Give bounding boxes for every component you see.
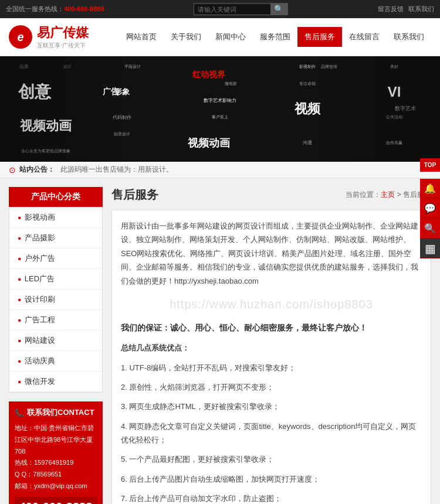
search-icon[interactable]: 🔍 — [420, 219, 440, 239]
content-title: 售后服务 — [111, 187, 158, 203]
notice-bar: ⊙ 站内公告： 此源码唯一出售店铺为：用新设计。 — [0, 162, 440, 178]
sidebar-item[interactable]: 活动庆典 — [9, 351, 102, 372]
side-icons: 🔔 💬 🔍 ▦ — [420, 179, 440, 258]
contact-info: 地址：中国·贵州省铜仁市碧江区中华北路98号江华大厦708 热线：1597649… — [15, 423, 97, 492]
hero-banner: 品质 摄影 创意 视频动画 广告 代码制作 创意设计 平面设计 红动视界 数字艺… — [0, 56, 440, 162]
breadcrumb: 当前位置：主页 > 售后服务 — [346, 190, 431, 200]
content-body: 用新设计由一批事多年网站建设的网页设计而组成，主要提供企业网站制作、企业网站建设… — [111, 210, 431, 504]
nav-item-关于我们[interactable]: 关于我们 — [164, 27, 208, 47]
contact-title: 📞 联系我们CONTACT — [15, 407, 97, 418]
sidebar-title: 产品中心分类 — [9, 187, 103, 207]
sidebar-contact: 📞 联系我们CONTACT 地址：中国·贵州省铜仁市碧江区中华北路98号江华大厦… — [9, 401, 103, 504]
notice-text: 此源码唯一出售店铺为：用新设计。 — [60, 165, 431, 175]
nav-item-网站首页[interactable]: 网站首页 — [119, 27, 164, 47]
sidebar-item[interactable]: 微信开发 — [9, 372, 102, 392]
sidebar-item[interactable]: 产品摄影 — [9, 228, 102, 248]
sidebar-item[interactable]: 设计印刷 — [9, 290, 102, 310]
header: e 易广传媒 互联互享·广传天下 网站首页关于我们新闻中心服务范围售后服务在线留… — [0, 18, 440, 56]
logo: e 易广传媒 互联互享·广传天下 — [9, 24, 89, 50]
feedback-link[interactable]: 留言反馈 — [378, 5, 404, 13]
list-item: 1. UTF-8编码，全站打开不乱码，对搜索引擎友好； — [121, 361, 422, 374]
contact-link[interactable]: 联系我们 — [408, 5, 434, 13]
list-item: 5. 一个产品最好配图，更好被搜索引擎收录； — [121, 452, 422, 466]
top-bar-hotline: 全国统一服务热线：400-666-8888 — [6, 5, 104, 13]
logo-icon: e — [9, 25, 32, 49]
feature-list: 1. UTF-8编码，全站打开不乱码，对搜索引擎友好；2. 原创性，火焰筛浏览器… — [121, 361, 422, 504]
main-layout: 产品中心分类 影视动画产品摄影户外广告LED广告设计印刷广告工程网站建设活动庆典… — [0, 178, 440, 504]
content: 售后服务 当前位置：主页 > 售后服务 用新设计由一批事多年网站建设的网页设计而… — [111, 187, 431, 504]
intro-text: 用新设计由一批事多年网站建设的网页设计而组成，主要提供企业网站制作、企业网站建设… — [121, 219, 422, 288]
hotline-label: 全国统一服务热线： — [6, 5, 64, 12]
watermark-text: https://www.huzhan.com/ishop8803 — [121, 294, 422, 315]
search-input[interactable] — [194, 5, 270, 14]
sidebar-menu: 影视动画产品摄影户外广告LED广告设计印刷广告工程网站建设活动庆典微信开发 — [9, 207, 103, 393]
notice-icon: ⊙ — [9, 165, 16, 175]
nav-item-新闻中心[interactable]: 新闻中心 — [208, 27, 253, 47]
content-header: 售后服务 当前位置：主页 > 售后服务 — [111, 187, 431, 203]
list-item: 7. 后台上传产品可自动加文字水印，防止盗图； — [121, 492, 422, 504]
sidebar-item[interactable]: 广告工程 — [9, 310, 102, 331]
list-item: 4. 网页静态化文章可自定义关键词，页面title、keywords、descr… — [121, 420, 422, 447]
list-item: 2. 原创性，火焰筛浏览器，打开网页不变形； — [121, 380, 422, 394]
top-bar-links: 留言反馈 联系我们 — [378, 5, 434, 13]
main-nav: 网站首页关于我们新闻中心服务范围售后服务在线留言联系我们 — [119, 27, 431, 47]
list-title: 总结几点系统优点： — [121, 341, 422, 355]
chat-icon[interactable]: 💬 — [420, 199, 440, 219]
contact-address: 地址：中国·贵州省铜仁市碧江区中华北路98号江华大厦708 — [15, 423, 97, 457]
top-bar-search[interactable]: 🔍 — [194, 3, 288, 15]
breadcrumb-home[interactable]: 主页 — [381, 190, 395, 199]
sidebar: 产品中心分类 影视动画产品摄影户外广告LED广告设计印刷广告工程网站建设活动庆典… — [9, 187, 103, 504]
top-bar: 全国统一服务热线：400-666-8888 🔍 留言反馈 联系我们 — [0, 0, 440, 18]
notice-label: 站内公告： — [19, 165, 55, 175]
contact-hotline: 热线：15976491919 — [15, 457, 97, 469]
sidebar-item[interactable]: 户外广告 — [9, 248, 102, 269]
nav-item-联系我们[interactable]: 联系我们 — [387, 27, 431, 47]
nav-item-服务范围[interactable]: 服务范围 — [253, 27, 297, 47]
contact-email: 邮箱：yxdm@vip.qq.com — [15, 481, 97, 492]
contact-qq: Q Q：78569651 — [15, 469, 97, 481]
list-item: 3. 网页生成静态HTML，更好被搜索引擎收录； — [121, 400, 422, 413]
list-item: 6. 后台上传产品图片自动生成缩略图，加快网页打开速度； — [121, 472, 422, 486]
sidebar-item[interactable]: 影视动画 — [9, 207, 102, 228]
nav-item-售后服务[interactable]: 售后服务 — [297, 27, 342, 47]
bell-icon[interactable]: 🔔 — [420, 179, 440, 199]
logo-slogan: 互联互享·广传天下 — [37, 42, 89, 50]
top-button[interactable]: TOP — [420, 158, 440, 172]
hotline-number: 400-666-8888 — [64, 5, 104, 12]
sidebar-item[interactable]: 网站建设 — [9, 331, 102, 351]
sidebar-item[interactable]: LED广告 — [9, 269, 102, 290]
logo-name: 易广传媒 — [37, 24, 89, 42]
nav-item-在线留言[interactable]: 在线留言 — [342, 27, 387, 47]
qr-icon[interactable]: ▦ — [420, 239, 440, 258]
guarantee-text: 我们的保证：诚心、用心、恒心、耐心细密服务，最终让客户放心！ — [121, 321, 422, 335]
contact-phone: 400-666-8888 — [15, 497, 97, 504]
search-button[interactable]: 🔍 — [270, 4, 287, 15]
logo-text: 易广传媒 互联互享·广传天下 — [37, 24, 89, 50]
